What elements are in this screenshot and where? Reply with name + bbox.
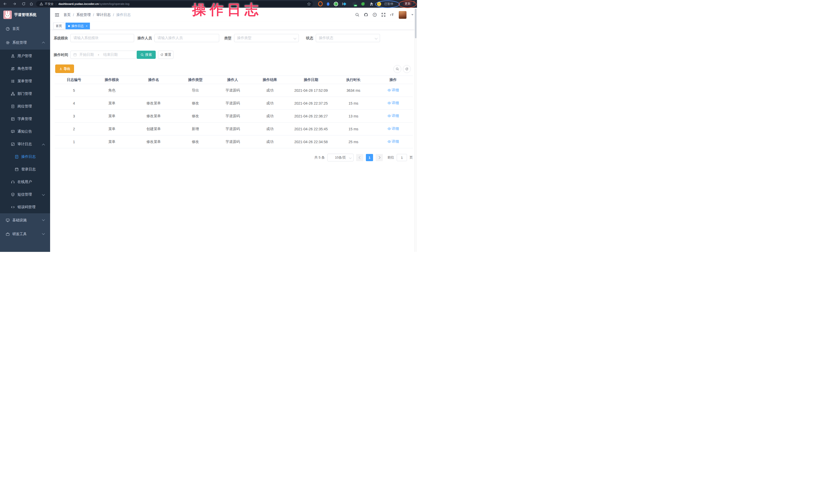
sidebar-item-operate-log[interactable]: 操作日志 bbox=[0, 150, 50, 163]
cell-log-id: 1 bbox=[55, 140, 93, 144]
browser-menu-icon[interactable]: ⋮ bbox=[412, 2, 413, 6]
date-range-input[interactable]: 开始日期 - 结束日期 bbox=[70, 51, 138, 59]
extension-on-badge-icon[interactable]: on bbox=[352, 2, 357, 6]
operate-log-table: 日志编号 操作模块 操作名 操作类型 操作人 操作结果 操作日期 执行时长 操作… bbox=[55, 75, 413, 148]
detail-link[interactable]: 详细 bbox=[388, 139, 399, 144]
scrollbar-thumb[interactable] bbox=[415, 9, 416, 38]
browser-forward-icon[interactable] bbox=[12, 2, 17, 6]
code-icon bbox=[11, 205, 15, 209]
sidebar-item-home[interactable]: 首页 bbox=[0, 22, 50, 36]
help-icon[interactable]: ? bbox=[373, 13, 377, 17]
audit-log-icon bbox=[11, 142, 15, 146]
tag-operate-log[interactable]: 操作日志 × bbox=[66, 23, 90, 29]
type-placeholder: 操作类型 bbox=[237, 36, 251, 40]
operator-input[interactable]: 请输入操作人员 bbox=[154, 34, 219, 42]
cell-name: 修改菜单 bbox=[131, 114, 177, 118]
current-page[interactable]: 1 bbox=[366, 154, 373, 161]
sidebar-item-sms[interactable]: 短信管理 bbox=[0, 188, 50, 201]
breadcrumb-home[interactable]: 首页 bbox=[63, 13, 71, 17]
browser-back-icon[interactable] bbox=[3, 2, 7, 6]
extension-drop-icon[interactable] bbox=[326, 2, 330, 6]
sidebar-item-notice[interactable]: 通知公告 bbox=[0, 125, 50, 138]
sidebar-item-error-code[interactable]: 错误码管理 bbox=[0, 201, 50, 213]
cell-operator: 芋道源码 bbox=[214, 139, 251, 144]
badge-icon bbox=[11, 104, 15, 108]
extensions-puzzle-icon[interactable] bbox=[369, 2, 374, 6]
extension-leaf-icon[interactable] bbox=[360, 2, 365, 6]
users-icon bbox=[11, 67, 15, 71]
type-select[interactable]: 操作类型 bbox=[234, 34, 299, 42]
search-icon[interactable] bbox=[355, 13, 359, 17]
sidebar-item-roles[interactable]: 角色管理 bbox=[0, 62, 50, 75]
sidebar-item-system[interactable]: 系统管理 bbox=[0, 36, 50, 50]
bookmark-star-icon[interactable] bbox=[307, 2, 311, 6]
browser-update-button[interactable]: 更新 bbox=[403, 1, 412, 6]
sidebar-item-audit-log[interactable]: 审计日志 bbox=[0, 138, 50, 150]
breadcrumb-system[interactable]: 系统管理 bbox=[76, 13, 91, 17]
extension-adblock-icon[interactable] bbox=[318, 2, 323, 6]
cell-operator: 芋道源码 bbox=[214, 101, 251, 106]
sidebar-item-departments[interactable]: 部门管理 bbox=[0, 87, 50, 100]
chevron-down-icon bbox=[42, 232, 45, 235]
eye-icon bbox=[388, 114, 391, 118]
cell-result: 成功 bbox=[251, 139, 288, 144]
tag-home[interactable]: 首页 bbox=[53, 23, 65, 29]
page-size-select[interactable]: 10条/页 bbox=[327, 154, 354, 161]
cell-type: 导出 bbox=[177, 88, 214, 93]
profile-emoji-avatar[interactable] bbox=[377, 2, 381, 6]
monitor-icon bbox=[6, 218, 10, 222]
search-button[interactable]: 搜索 bbox=[137, 51, 156, 59]
url-path: /system/log/operate-log bbox=[98, 2, 130, 5]
fullscreen-icon[interactable] bbox=[381, 13, 386, 17]
sidebar-item-login-log[interactable]: 登录日志 bbox=[0, 163, 50, 176]
reset-button-label: 重置 bbox=[165, 52, 171, 57]
extension-v-icon[interactable]: V bbox=[333, 2, 338, 6]
url-domain: dashboard.yudao.iocoder.cn bbox=[59, 2, 99, 5]
detail-link[interactable]: 详细 bbox=[388, 127, 399, 131]
sidebar-item-label: 部门管理 bbox=[18, 91, 32, 96]
browser-home-icon[interactable] bbox=[29, 2, 34, 6]
close-icon[interactable]: × bbox=[86, 24, 87, 27]
page-scrollbar[interactable] bbox=[414, 8, 417, 252]
address-bar[interactable]: 不安全 | dashboard.yudao.iocoder.cn/system/… bbox=[36, 1, 313, 7]
sidebar-item-users[interactable]: 用户管理 bbox=[0, 50, 50, 62]
sidebar-item-menus[interactable]: 菜单管理 bbox=[0, 75, 50, 87]
detail-link[interactable]: 详细 bbox=[388, 114, 399, 118]
chevron-up-icon bbox=[42, 144, 45, 147]
module-input[interactable]: 请输入系统模块 bbox=[70, 34, 134, 42]
browser-reload-icon[interactable] bbox=[22, 2, 26, 6]
sidebar-item-dict[interactable]: 字典管理 bbox=[0, 113, 50, 125]
status-select[interactable]: 操作状态 bbox=[316, 34, 380, 42]
sidebar-item-infra[interactable]: 基础设施 bbox=[0, 213, 50, 227]
extension-gem-icon[interactable] bbox=[342, 2, 346, 6]
search-icon bbox=[396, 67, 399, 71]
sidebar-item-posts[interactable]: 岗位管理 bbox=[0, 100, 50, 113]
next-page-button[interactable] bbox=[376, 154, 383, 161]
headset-icon bbox=[11, 180, 15, 184]
detail-link[interactable]: 详细 bbox=[388, 101, 399, 105]
prev-page-button[interactable] bbox=[356, 154, 363, 161]
chevron-down-icon bbox=[375, 37, 377, 39]
col-header-log-id: 日志编号 bbox=[55, 78, 93, 82]
sidebar-toggle-icon[interactable] bbox=[55, 13, 59, 17]
sidebar-item-devtools[interactable]: 研发工具 bbox=[0, 227, 50, 241]
detail-link[interactable]: 详细 bbox=[388, 88, 399, 92]
breadcrumb-audit-log[interactable]: 审计日志 bbox=[96, 13, 111, 17]
goto-unit: 页 bbox=[410, 155, 413, 160]
cell-log-id: 3 bbox=[55, 114, 93, 118]
goto-page-input[interactable]: 1 bbox=[397, 154, 407, 161]
export-button[interactable]: 导出 bbox=[55, 65, 74, 73]
refresh-table-button[interactable] bbox=[403, 65, 411, 73]
toggle-search-button[interactable] bbox=[393, 65, 401, 73]
user-avatar[interactable] bbox=[399, 11, 407, 19]
col-header-date: 操作日期 bbox=[288, 78, 333, 82]
avatar-caret-down-icon[interactable] bbox=[411, 14, 413, 16]
font-size-icon[interactable]: TT bbox=[390, 13, 394, 17]
operate-log-icon bbox=[15, 155, 19, 159]
app-logo[interactable]: 芋道管理系统 bbox=[0, 8, 50, 22]
reset-button[interactable]: 重置 bbox=[158, 51, 173, 59]
cell-type: 修改 bbox=[177, 139, 214, 144]
sidebar-item-online-users[interactable]: 在线用户 bbox=[0, 176, 50, 188]
github-icon[interactable] bbox=[364, 13, 368, 17]
sidebar-item-label: 研发工具 bbox=[12, 232, 27, 237]
